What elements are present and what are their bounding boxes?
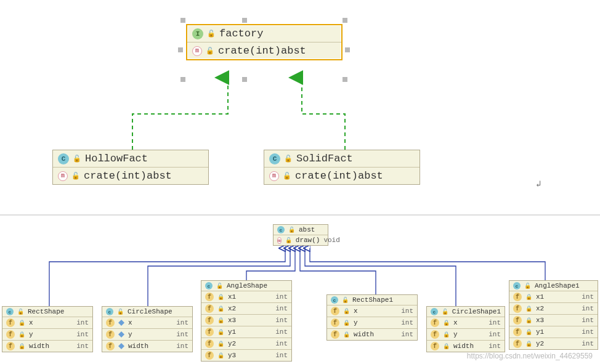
lock-icon: 🔓 bbox=[342, 297, 349, 304]
field-name: y2 bbox=[536, 340, 544, 347]
lock-icon: 🔒 bbox=[343, 320, 350, 326]
class-header: c 🔓 CircleShape bbox=[102, 307, 192, 317]
field-row[interactable]: f 🔒 y3 int bbox=[201, 350, 291, 361]
lock-icon: 🔒 bbox=[525, 317, 532, 324]
field-row[interactable]: f 🔒 y1 int bbox=[509, 326, 598, 338]
class-icon: c bbox=[277, 226, 285, 233]
diagram-canvas[interactable]: I 🔓 factory m 🔓 crate(int)abst C 🔓 Hollo… bbox=[0, 0, 600, 364]
field-type: int bbox=[76, 319, 89, 326]
lock-icon: 🔒 bbox=[525, 341, 532, 347]
method-icon: m bbox=[269, 171, 279, 181]
class-header: c 🔓 AngleShape bbox=[201, 281, 291, 291]
class-icon: c bbox=[331, 296, 338, 304]
method-icon: m bbox=[277, 237, 282, 244]
field-row[interactable]: f 🔒 x2 int bbox=[201, 303, 291, 315]
field-row[interactable]: f 🔒 x int bbox=[2, 317, 92, 329]
field-icon: f bbox=[513, 339, 522, 348]
lock-icon: 🔒 bbox=[343, 331, 350, 338]
class-name: factory bbox=[219, 28, 263, 39]
field-row[interactable]: f 🔒 x1 int bbox=[509, 291, 598, 303]
class-angleshape[interactable]: c 🔓 AngleShape f 🔒 x1 int f 🔒 x2 int f 🔒… bbox=[201, 280, 292, 362]
method-row[interactable]: m 🔓 crate(int)abst bbox=[53, 168, 208, 184]
field-row[interactable]: f 🔒 width int bbox=[327, 329, 417, 340]
field-type: int bbox=[275, 328, 288, 336]
field-row[interactable]: f 🔒 y int bbox=[2, 329, 92, 341]
field-name: x2 bbox=[536, 305, 544, 312]
class-header: c 🔓 CircleShape1 bbox=[427, 307, 505, 317]
class-abst[interactable]: c 🔓 abst m 🔓 draw() void bbox=[273, 224, 328, 246]
field-icon: f bbox=[331, 318, 339, 327]
field-row[interactable]: f 🔒 x2 int bbox=[509, 303, 598, 315]
resize-handle[interactable] bbox=[343, 18, 347, 23]
lock-icon: 🔒 bbox=[217, 294, 224, 301]
method-sig: crate(int)abst bbox=[295, 170, 383, 182]
lock-icon: 🔓 bbox=[73, 155, 81, 163]
class-icon: c bbox=[205, 282, 213, 289]
class-name: SolidFact bbox=[296, 153, 353, 164]
field-name: width bbox=[128, 342, 148, 350]
field-name: y2 bbox=[228, 340, 236, 347]
field-name: y1 bbox=[228, 328, 236, 336]
field-name: width bbox=[29, 342, 49, 350]
field-row[interactable]: f 🔒 x int bbox=[427, 317, 505, 329]
class-circleshape[interactable]: c 🔓 CircleShape f x int f y int f width … bbox=[102, 306, 193, 352]
class-name: RectShape bbox=[28, 308, 64, 315]
field-row[interactable]: f y int bbox=[102, 329, 192, 341]
resize-handle[interactable] bbox=[343, 77, 347, 82]
class-hollowfact[interactable]: C 🔓 HollowFact m 🔓 crate(int)abst bbox=[52, 150, 209, 185]
field-row[interactable]: f x int bbox=[102, 317, 192, 329]
cursor-marker: ↲ bbox=[536, 179, 541, 189]
field-row[interactable]: f 🔒 y2 int bbox=[509, 338, 598, 349]
field-name: x bbox=[453, 319, 458, 326]
class-name: AngleShape bbox=[227, 282, 267, 289]
class-icon: c bbox=[106, 308, 113, 315]
resize-handle[interactable] bbox=[345, 47, 350, 52]
field-row[interactable]: f 🔒 width int bbox=[2, 341, 92, 352]
class-angleshape1[interactable]: c 🔓 AngleShape1 f 🔒 x1 int f 🔒 x2 int f … bbox=[509, 280, 598, 350]
field-name: x3 bbox=[228, 317, 236, 324]
lock-icon: 🔒 bbox=[18, 331, 25, 338]
field-name: y bbox=[453, 331, 458, 338]
resize-handle[interactable] bbox=[180, 18, 185, 23]
field-icon: f bbox=[205, 339, 214, 348]
field-icon: f bbox=[331, 307, 339, 315]
lock-icon: 🔓 bbox=[117, 309, 124, 315]
class-solidfact[interactable]: C 🔓 SolidFact m 🔓 crate(int)abst bbox=[264, 150, 420, 185]
field-icon: f bbox=[513, 328, 522, 336]
lock-icon: 🔒 bbox=[217, 341, 224, 347]
method-row[interactable]: m 🔓 crate(int)abst bbox=[187, 42, 341, 59]
field-name: x3 bbox=[536, 317, 544, 324]
field-row[interactable]: f 🔒 y int bbox=[327, 317, 417, 329]
lock-icon: 🔓 bbox=[216, 283, 223, 289]
field-type: int bbox=[176, 342, 189, 350]
lock-icon: 🔒 bbox=[443, 320, 450, 326]
field-row[interactable]: f width int bbox=[102, 341, 192, 352]
field-name: y3 bbox=[228, 352, 236, 359]
resize-handle[interactable] bbox=[180, 77, 185, 82]
field-row[interactable]: f 🔒 x int bbox=[327, 305, 417, 317]
field-row[interactable]: f 🔒 width int bbox=[427, 341, 505, 352]
resize-handle[interactable] bbox=[242, 18, 247, 23]
field-row[interactable]: f 🔒 y2 int bbox=[201, 338, 291, 350]
lock-icon: 🔓 bbox=[206, 47, 214, 55]
method-row[interactable]: m 🔓 draw() void bbox=[274, 235, 328, 245]
field-type: int bbox=[582, 328, 594, 336]
lock-icon: 🔒 bbox=[343, 308, 350, 315]
method-row[interactable]: m 🔓 crate(int)abst bbox=[264, 168, 420, 184]
lock-icon: 🔒 bbox=[217, 317, 224, 324]
class-name: RectShape1 bbox=[352, 296, 393, 304]
field-row[interactable]: f 🔒 x3 int bbox=[201, 315, 291, 326]
field-row[interactable]: f 🔒 y1 int bbox=[201, 326, 291, 338]
lock-icon: 🔒 bbox=[217, 305, 224, 312]
field-row[interactable]: f 🔒 x1 int bbox=[201, 291, 291, 303]
field-type: int bbox=[489, 342, 501, 350]
field-row[interactable]: f 🔒 x3 int bbox=[509, 315, 598, 326]
resize-handle[interactable] bbox=[178, 47, 183, 52]
class-factory[interactable]: I 🔓 factory m 🔓 crate(int)abst bbox=[186, 24, 343, 60]
field-name: x bbox=[29, 319, 33, 326]
resize-handle[interactable] bbox=[242, 77, 247, 82]
class-rectshape[interactable]: c 🔓 RectShape f 🔒 x int f 🔒 y int f 🔒 wi… bbox=[2, 306, 93, 352]
class-circleshape1[interactable]: c 🔓 CircleShape1 f 🔒 x int f 🔒 y int f 🔒… bbox=[426, 306, 505, 352]
class-rectshape1[interactable]: c 🔓 RectShape1 f 🔒 x int f 🔒 y int f 🔒 w… bbox=[326, 294, 418, 341]
field-row[interactable]: f 🔒 y int bbox=[427, 329, 505, 341]
